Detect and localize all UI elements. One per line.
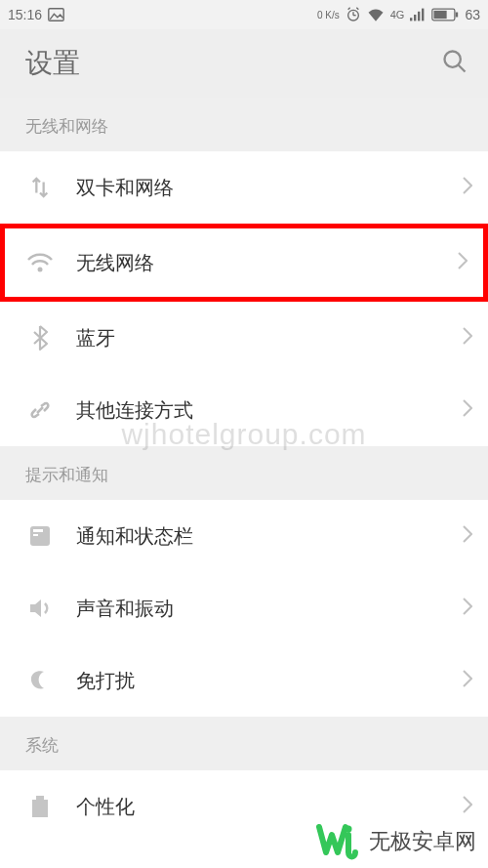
chevron-right-icon — [463, 525, 472, 547]
svg-rect-9 — [422, 9, 424, 21]
notification-panel-icon — [25, 524, 55, 548]
svg-rect-7 — [414, 15, 416, 21]
item-label: 通知和状态栏 — [76, 523, 441, 550]
alarm-icon — [346, 7, 361, 22]
svg-point-15 — [38, 268, 43, 272]
page-title: 设置 — [25, 45, 80, 82]
svg-point-13 — [445, 52, 461, 67]
battery-icon — [431, 8, 459, 21]
section-title: 提示和通知 — [25, 466, 108, 484]
brand-logo-icon — [316, 823, 361, 860]
chevron-right-icon — [463, 670, 472, 691]
settings-item-sound[interactable]: 声音和振动 — [0, 572, 488, 644]
svg-line-14 — [459, 65, 466, 72]
chevron-right-icon — [463, 796, 472, 817]
volume-icon — [25, 597, 55, 620]
item-label: 无线网络 — [76, 250, 436, 276]
item-label: 免打扰 — [76, 668, 441, 694]
status-left: 15:16 — [8, 7, 64, 22]
wifi-icon — [25, 252, 55, 273]
swap-vertical-icon — [25, 175, 55, 200]
link-icon — [25, 397, 55, 423]
status-bar: 15:16 0 K/s 4G 63 — [0, 0, 488, 29]
svg-line-5 — [356, 8, 358, 10]
settings-item-notification[interactable]: 通知和状态栏 — [0, 500, 488, 572]
battery-level: 63 — [465, 7, 480, 22]
brand-text: 无极安卓网 — [369, 827, 476, 856]
net-speed: 0 K/s — [317, 10, 340, 21]
item-label: 其他连接方式 — [76, 397, 441, 424]
settings-item-sim-network[interactable]: 双卡和网络 — [0, 151, 488, 224]
item-label: 蓝牙 — [76, 325, 441, 351]
bluetooth-icon — [25, 324, 55, 351]
status-right: 0 K/s 4G 63 — [317, 7, 480, 22]
settings-item-other-connect[interactable]: 其他连接方式 — [0, 374, 488, 446]
network-4g: 4G — [390, 9, 405, 21]
svg-rect-18 — [33, 534, 38, 536]
item-label: 双卡和网络 — [76, 175, 441, 201]
item-label: 声音和振动 — [76, 596, 441, 622]
chevron-right-icon — [463, 399, 472, 421]
svg-rect-11 — [434, 11, 447, 19]
section-header-system: 系统 — [0, 717, 488, 770]
signal-icon — [410, 8, 426, 21]
status-time: 15:16 — [8, 7, 42, 22]
settings-item-dnd[interactable]: 免打扰 — [0, 644, 488, 717]
svg-line-4 — [347, 8, 349, 10]
svg-rect-17 — [33, 529, 43, 532]
settings-item-bluetooth[interactable]: 蓝牙 — [0, 302, 488, 374]
chevron-right-icon — [463, 177, 472, 198]
moon-icon — [25, 669, 55, 692]
item-label: 个性化 — [76, 794, 441, 820]
section-header-alerts: 提示和通知 — [0, 446, 488, 500]
settings-item-wifi[interactable]: 无线网络 — [0, 224, 488, 302]
section-title: 系统 — [25, 736, 59, 755]
footer-brand: 无极安卓网 — [316, 823, 476, 860]
svg-rect-12 — [456, 13, 458, 18]
svg-rect-6 — [410, 18, 412, 21]
chevron-right-icon — [463, 598, 472, 619]
section-header-wireless: 无线和网络 — [0, 98, 488, 151]
wifi-status-icon — [367, 8, 385, 21]
svg-rect-8 — [418, 12, 420, 21]
image-icon — [48, 8, 64, 21]
chevron-right-icon — [463, 327, 472, 349]
search-button[interactable] — [441, 48, 468, 79]
theme-icon — [25, 794, 55, 819]
svg-point-19 — [346, 826, 352, 833]
chevron-right-icon — [458, 252, 468, 273]
app-header: 设置 — [0, 29, 488, 98]
search-icon — [441, 48, 468, 75]
section-title: 无线和网络 — [25, 117, 108, 136]
